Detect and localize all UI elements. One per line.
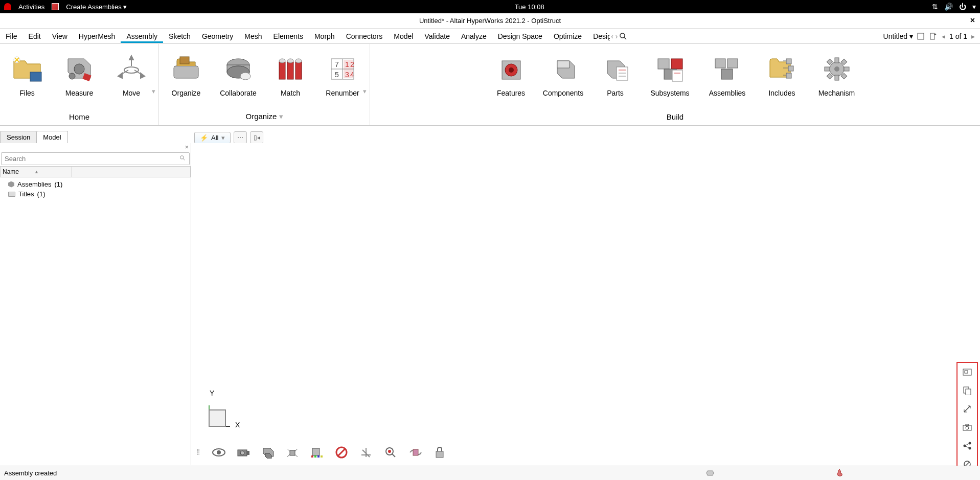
ribbon-renumber-button[interactable]: 715324 Renumber <box>320 48 366 99</box>
ribbon-parts-button[interactable]: Parts <box>592 48 639 99</box>
svg-rect-56 <box>715 59 725 68</box>
svg-line-1 <box>624 37 626 39</box>
ribbon-collaborate-button[interactable]: Collaborate <box>215 48 261 99</box>
includes-icon <box>764 50 800 86</box>
svg-rect-51 <box>658 59 669 69</box>
svg-rect-52 <box>671 59 682 69</box>
menu-scroll-right-icon[interactable]: › <box>614 32 619 40</box>
svg-rect-70 <box>844 67 849 71</box>
components-icon <box>545 50 581 86</box>
menu-morph[interactable]: Morph <box>309 30 340 43</box>
svg-point-66 <box>834 66 839 72</box>
ribbon-group-home: Files Measure Move ▾ Home <box>0 44 159 125</box>
svg-rect-58 <box>721 69 733 79</box>
ribbon-renumber-label: Renumber <box>326 89 359 97</box>
match-icon <box>272 50 308 86</box>
search-icon[interactable] <box>619 32 628 41</box>
ribbon-move-label: Move <box>123 89 140 97</box>
page-add-icon[interactable]: + <box>928 32 938 41</box>
ribbon-group-organize-label: Organize ▾ <box>242 111 286 122</box>
window-title-bar: Untitled* - Altair HyperWorks 2021.2 - O… <box>0 13 980 29</box>
svg-rect-69 <box>825 67 830 71</box>
svg-text:5: 5 <box>335 71 339 79</box>
menu-elements[interactable]: Elements <box>268 30 309 43</box>
ribbon-organize-label: Organize <box>172 89 201 97</box>
menu-hypermesh[interactable]: HyperMesh <box>73 30 121 43</box>
svg-point-18 <box>124 67 139 73</box>
ribbon-assemblies-label: Assemblies <box>709 89 746 97</box>
menu-optimize[interactable]: Optimize <box>548 30 587 43</box>
svg-rect-54 <box>672 70 682 81</box>
menu-sketch[interactable]: Sketch <box>163 30 196 43</box>
menu-model[interactable]: Model <box>388 30 419 43</box>
ribbon-files-label: Files <box>19 89 35 97</box>
ribbon-group-home-label: Home <box>66 111 93 122</box>
svg-rect-25 <box>279 62 285 79</box>
move-icon <box>113 50 149 86</box>
app-menu-button[interactable]: Create Assemblies ▾ <box>66 3 127 11</box>
ribbon-organize-button[interactable]: Organize <box>163 48 209 99</box>
ribbon-components-button[interactable]: Components <box>540 48 586 99</box>
window-title: Untitled* - Altair HyperWorks 2021.2 - O… <box>419 17 561 25</box>
menu-file[interactable]: File <box>0 30 23 43</box>
menu-analyze[interactable]: Analyze <box>455 30 492 43</box>
page-next-icon[interactable]: ▸ <box>970 32 976 40</box>
document-dropdown[interactable]: Untitled ▾ <box>883 32 913 40</box>
svg-rect-59 <box>786 59 791 64</box>
ribbon-match-button[interactable]: Match <box>267 48 313 99</box>
ribbon-assemblies-button[interactable]: Assemblies <box>702 48 753 99</box>
window-close-button[interactable]: × <box>970 16 975 25</box>
power-icon[interactable]: ⏻ <box>959 3 966 11</box>
measure-icon <box>61 50 97 86</box>
window-layout-icon[interactable] <box>916 32 925 41</box>
ribbon-measure-label: Measure <box>65 89 93 97</box>
svg-point-0 <box>620 33 625 38</box>
menu-view[interactable]: View <box>47 30 73 43</box>
menu-design-space[interactable]: Design Space <box>492 30 548 43</box>
system-menu-chevron-icon[interactable]: ▾ <box>972 3 976 11</box>
ribbon-group-build: Features Components Parts Subsystems Ass… <box>370 44 980 125</box>
svg-marker-15 <box>129 56 133 60</box>
svg-point-11 <box>69 73 75 79</box>
menu-mesh[interactable]: Mesh <box>239 30 267 43</box>
page-prev-icon[interactable]: ◂ <box>941 32 946 40</box>
clock[interactable]: Tue 10:08 <box>127 3 932 11</box>
ribbon-includes-button[interactable]: Includes <box>759 48 805 99</box>
ribbon-subsystems-label: Subsystems <box>650 89 689 97</box>
ribbon-subsystems-button[interactable]: Subsystems <box>645 48 696 99</box>
ribbon-parts-label: Parts <box>607 89 624 97</box>
ribbon-move-button[interactable]: Move <box>108 48 154 99</box>
renumber-icon: 715324 <box>325 50 360 86</box>
ribbon-collaborate-label: Collaborate <box>220 89 257 97</box>
ribbon-match-label: Match <box>281 89 300 97</box>
files-icon <box>9 50 45 86</box>
ribbon-measure-button[interactable]: Measure <box>56 48 102 99</box>
menu-validate[interactable]: Validate <box>419 30 455 43</box>
activities-button[interactable]: Activities <box>18 3 44 11</box>
organize-more-icon[interactable]: ▾ <box>363 87 367 95</box>
svg-rect-19 <box>174 66 198 78</box>
svg-point-43 <box>509 67 514 73</box>
svg-point-29 <box>287 59 293 63</box>
menu-assembly[interactable]: Assembly <box>121 30 163 43</box>
volume-icon[interactable]: 🔊 <box>944 3 953 11</box>
svg-rect-6 <box>30 72 41 81</box>
menu-connectors[interactable]: Connectors <box>340 30 389 43</box>
home-more-icon[interactable]: ▾ <box>152 87 155 95</box>
svg-rect-47 <box>617 67 628 80</box>
svg-rect-67 <box>835 58 839 63</box>
ribbon-mechanism-button[interactable]: Mechanism <box>811 48 862 99</box>
menu-geometry[interactable]: Geometry <box>196 30 239 43</box>
svg-text:2: 2 <box>350 60 354 68</box>
network-icon[interactable]: ⇅ <box>932 3 938 11</box>
page-counter: 1 of 1 <box>949 32 967 40</box>
menu-scroll-left-icon[interactable]: ‹ <box>610 32 614 40</box>
svg-rect-60 <box>788 66 793 71</box>
ribbon-files-button[interactable]: Files <box>4 48 50 99</box>
svg-point-9 <box>74 64 84 74</box>
ribbon-features-button[interactable]: Features <box>488 48 534 99</box>
menu-edit[interactable]: Edit <box>23 30 47 43</box>
svg-rect-68 <box>835 75 839 80</box>
menu-design-truncated[interactable]: Design <box>587 30 610 43</box>
organize-icon <box>168 50 204 86</box>
